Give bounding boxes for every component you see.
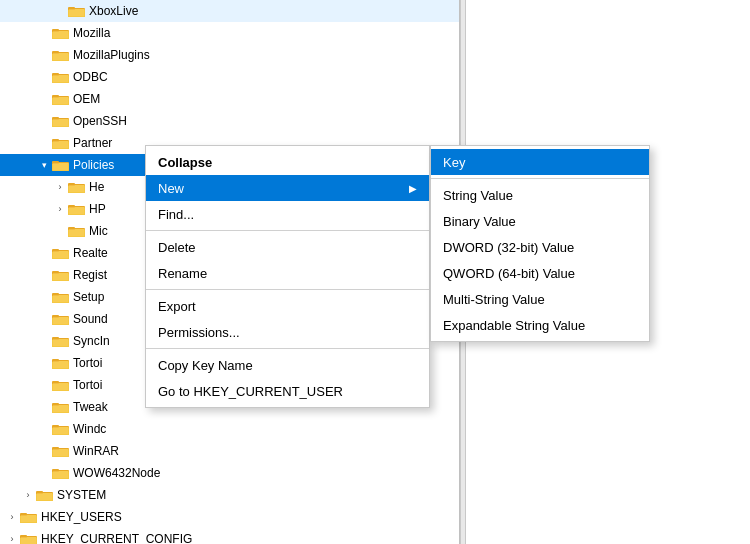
folder-icon [52, 466, 70, 480]
svg-rect-95 [21, 515, 36, 522]
submenu-item-label: Key [443, 155, 465, 170]
tree-item-mozilla[interactable]: Mozilla [0, 22, 459, 44]
menu-item-permissions[interactable]: Permissions... [146, 319, 429, 345]
submenu-item-key[interactable]: Key [431, 149, 649, 175]
submenu: KeyString ValueBinary ValueDWORD (32-bit… [430, 145, 650, 342]
item-label: OpenSSH [73, 114, 127, 128]
menu-item-label: Permissions... [158, 325, 240, 340]
svg-rect-11 [53, 53, 68, 60]
tree-item-hkey_current_config[interactable]: › HKEY_CURRENT_CONFIG [0, 528, 459, 544]
submenu-item-expandable_string[interactable]: Expandable String Value [431, 312, 649, 338]
tree-item-wow6432node[interactable]: WOW6432Node [0, 462, 459, 484]
svg-rect-47 [53, 251, 68, 258]
folder-icon [52, 400, 70, 414]
menu-item-export[interactable]: Export [146, 293, 429, 319]
submenu-item-string_value[interactable]: String Value [431, 182, 649, 208]
item-label: WinRAR [73, 444, 119, 458]
submenu-item-label: String Value [443, 188, 513, 203]
context-menu: CollapseNew▶Find...DeleteRenameExportPer… [145, 145, 430, 408]
folder-icon [52, 92, 70, 106]
tree-item-mozillaplugins[interactable]: MozillaPlugins [0, 44, 459, 66]
tree-item-odbc[interactable]: ODBC [0, 66, 459, 88]
item-label: He [89, 180, 104, 194]
folder-icon [52, 290, 70, 304]
chevron-icon: › [20, 490, 36, 500]
menu-separator [146, 289, 429, 290]
menu-item-rename[interactable]: Rename [146, 260, 429, 286]
svg-rect-19 [53, 97, 68, 104]
folder-icon [52, 70, 70, 84]
chevron-icon: › [4, 534, 20, 544]
folder-icon [52, 158, 70, 172]
item-label: ODBC [73, 70, 108, 84]
svg-rect-39 [69, 207, 84, 214]
chevron-icon: › [52, 182, 68, 192]
tree-item-winrar[interactable]: WinRAR [0, 440, 459, 462]
item-label: Sound [73, 312, 108, 326]
tree-item-hkey_users[interactable]: › HKEY_USERS [0, 506, 459, 528]
svg-rect-15 [53, 75, 68, 82]
menu-item-copy_key_name[interactable]: Copy Key Name [146, 352, 429, 378]
item-label: Tortoi [73, 356, 102, 370]
folder-icon [52, 334, 70, 348]
svg-rect-7 [53, 31, 68, 38]
submenu-item-label: QWORD (64-bit) Value [443, 266, 575, 281]
item-label: HKEY_USERS [41, 510, 122, 524]
tree-item-windc[interactable]: Windc [0, 418, 459, 440]
svg-rect-63 [53, 339, 68, 346]
svg-rect-99 [21, 537, 36, 544]
svg-rect-71 [53, 383, 68, 390]
submenu-arrow-icon: ▶ [409, 183, 417, 194]
svg-rect-27 [53, 141, 68, 148]
menu-item-label: Rename [158, 266, 207, 281]
svg-rect-55 [53, 295, 68, 302]
item-label: Mozilla [73, 26, 110, 40]
item-label: Setup [73, 290, 104, 304]
menu-item-label: Copy Key Name [158, 358, 253, 373]
submenu-item-label: Expandable String Value [443, 318, 585, 333]
folder-icon [52, 48, 70, 62]
menu-item-label: Export [158, 299, 196, 314]
folder-icon [52, 268, 70, 282]
menu-item-label: Delete [158, 240, 196, 255]
tree-item-oem[interactable]: OEM [0, 88, 459, 110]
item-label: MozillaPlugins [73, 48, 150, 62]
menu-item-goto_hkcu[interactable]: Go to HKEY_CURRENT_USER [146, 378, 429, 404]
tree-item-openssh[interactable]: OpenSSH [0, 110, 459, 132]
folder-icon [68, 202, 86, 216]
folder-icon [68, 180, 86, 194]
folder-icon [20, 510, 38, 524]
submenu-item-label: Binary Value [443, 214, 516, 229]
submenu-item-label: Multi-String Value [443, 292, 545, 307]
tree-item-xboxlive[interactable]: XboxLive [0, 0, 459, 22]
tree-item-system[interactable]: › SYSTEM [0, 484, 459, 506]
folder-icon [52, 26, 70, 40]
submenu-separator [431, 178, 649, 179]
registry-window: XboxLive Mozilla MozillaPlugins ODBC OEM… [0, 0, 750, 544]
submenu-item-multi_string[interactable]: Multi-String Value [431, 286, 649, 312]
menu-item-find[interactable]: Find... [146, 201, 429, 227]
chevron-icon: › [52, 204, 68, 214]
item-label: SYSTEM [57, 488, 106, 502]
folder-icon [52, 422, 70, 436]
svg-rect-3 [69, 9, 84, 16]
submenu-item-label: DWORD (32-bit) Value [443, 240, 574, 255]
folder-icon [52, 312, 70, 326]
item-label: Tweak [73, 400, 108, 414]
item-label: SyncIn [73, 334, 110, 348]
submenu-item-qword_value[interactable]: QWORD (64-bit) Value [431, 260, 649, 286]
item-label: HP [89, 202, 106, 216]
item-label: WOW6432Node [73, 466, 160, 480]
chevron-icon: › [4, 512, 20, 522]
submenu-item-binary_value[interactable]: Binary Value [431, 208, 649, 234]
menu-item-new[interactable]: New▶ [146, 175, 429, 201]
menu-item-delete[interactable]: Delete [146, 234, 429, 260]
svg-rect-91 [37, 493, 52, 500]
submenu-item-dword_value[interactable]: DWORD (32-bit) Value [431, 234, 649, 260]
item-label: Mic [89, 224, 108, 238]
svg-rect-23 [53, 119, 68, 126]
item-label: OEM [73, 92, 100, 106]
menu-item-label: Find... [158, 207, 194, 222]
item-label: Policies [73, 158, 114, 172]
svg-rect-43 [69, 229, 84, 236]
